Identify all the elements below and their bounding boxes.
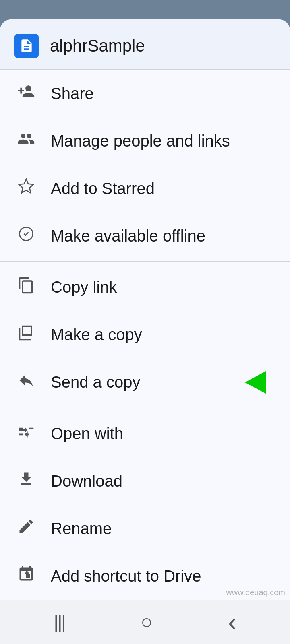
bottom-sheet: alphrSample Share Manage people and link… (0, 19, 290, 644)
star-icon (16, 178, 36, 199)
download-label: Download (51, 472, 122, 490)
make-copy-icon (16, 324, 36, 346)
menu-item-share[interactable]: Share (0, 70, 290, 117)
menu-item-make-copy[interactable]: Make a copy (0, 311, 290, 359)
nav-recent-icon[interactable]: ||| (54, 612, 65, 632)
copy-link-label: Copy link (51, 278, 117, 296)
menu-item-download[interactable]: Download (0, 457, 290, 505)
green-arrow-annotation (245, 371, 266, 394)
offline-icon (16, 225, 36, 247)
menu-item-open-with[interactable]: Open with (0, 410, 290, 457)
rename-label: Rename (51, 520, 112, 538)
bottom-navigation: ||| ○ ‹ (0, 600, 290, 644)
doc-icon (14, 34, 39, 58)
menu-item-rename[interactable]: Rename (0, 505, 290, 552)
starred-label: Add to Starred (51, 180, 155, 198)
rename-icon (16, 518, 36, 539)
add-shortcut-label: Add shortcut to Drive (51, 567, 201, 585)
menu-item-send-copy[interactable]: Send a copy (0, 359, 290, 406)
divider-2 (0, 408, 290, 409)
nav-back-icon[interactable]: ‹ (228, 608, 236, 636)
download-icon (16, 470, 36, 492)
offline-label: Make available offline (51, 227, 205, 245)
sheet-header: alphrSample (0, 19, 290, 69)
nav-home-icon[interactable]: ○ (141, 610, 153, 634)
menu-item-offline[interactable]: Make available offline (0, 212, 290, 260)
copy-link-icon (16, 277, 36, 298)
send-copy-label: Send a copy (51, 373, 140, 391)
open-with-label: Open with (51, 425, 123, 443)
share-icon (16, 83, 36, 104)
divider-1 (0, 261, 290, 262)
sheet-title: alphrSample (50, 36, 145, 56)
menu-item-copy-link[interactable]: Copy link (0, 264, 290, 311)
manage-people-label: Manage people and links (51, 132, 230, 150)
open-with-icon (16, 423, 36, 444)
menu-list: Share Manage people and links Add to Sta… (0, 70, 290, 600)
menu-item-starred[interactable]: Add to Starred (0, 165, 290, 212)
add-shortcut-icon (16, 565, 36, 587)
make-copy-label: Make a copy (51, 326, 142, 344)
watermark: www.deuaq.com (226, 588, 285, 597)
menu-item-manage-people[interactable]: Manage people and links (0, 117, 290, 165)
send-copy-icon (16, 372, 36, 393)
manage-people-icon (16, 130, 36, 152)
share-label: Share (51, 85, 94, 103)
